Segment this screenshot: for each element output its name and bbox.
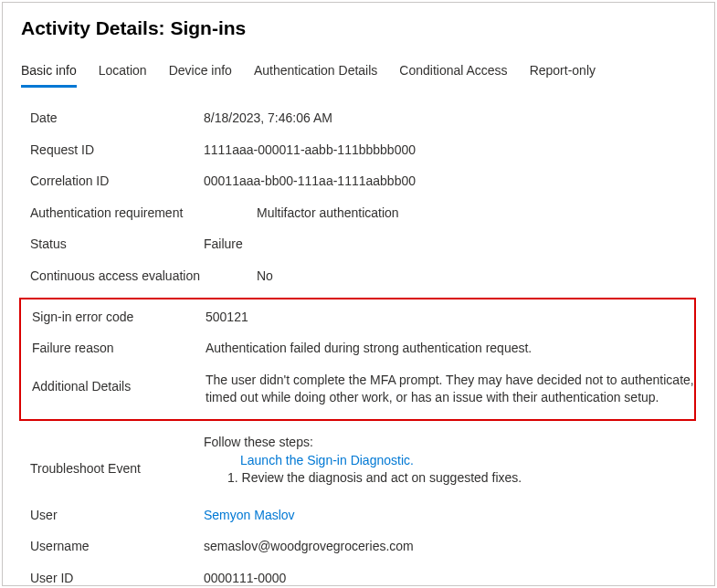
- row-user-id: User ID 0000111-0000: [21, 564, 696, 586]
- value-request-id: 1111aaa-000011-aabb-111bbbbb000: [204, 142, 696, 160]
- label-additional-details: Additional Details: [32, 372, 206, 394]
- tabs: Basic info Location Device info Authenti…: [21, 58, 696, 88]
- row-additional-details: Additional Details The user didn't compl…: [21, 366, 694, 415]
- row-cae: Continuous access evaluation No: [21, 262, 696, 294]
- tab-conditional-access[interactable]: Conditional Access: [399, 58, 507, 88]
- row-auth-requirement: Authentication requirement Multifactor a…: [21, 199, 696, 231]
- row-status: Status Failure: [21, 230, 696, 262]
- value-failure-reason: Authentication failed during strong auth…: [206, 340, 694, 358]
- value-cae: No: [257, 268, 696, 286]
- tab-basic-info[interactable]: Basic info: [21, 58, 77, 88]
- label-auth-requirement: Authentication requirement: [30, 205, 257, 220]
- row-request-id: Request ID 1111aaa-000011-aabb-111bbbbb0…: [21, 136, 696, 168]
- highlighted-error-group: Sign-in error code 500121 Failure reason…: [19, 298, 696, 421]
- troubleshoot-step-1: 1. Review the diagnosis and act on sugge…: [227, 469, 696, 488]
- label-error-code: Sign-in error code: [32, 310, 206, 324]
- value-status: Failure: [204, 236, 696, 254]
- launch-diagnostic-link[interactable]: Launch the Sign-in Diagnostic.: [240, 452, 696, 470]
- troubleshoot-intro: Follow these steps:: [204, 435, 313, 449]
- details-list: Date 8/18/2023, 7:46:06 AM Request ID 11…: [21, 104, 696, 586]
- label-user-id: User ID: [30, 571, 204, 585]
- panel-title: Activity Details: Sign-ins: [21, 17, 696, 39]
- value-auth-requirement: Multifactor authentication: [257, 205, 696, 223]
- user-link[interactable]: Semyon Maslov: [204, 508, 295, 522]
- value-correlation-id: 00011aaa-bb00-111aa-1111aabbb00: [204, 173, 696, 191]
- value-error-code: 500121: [206, 309, 694, 327]
- activity-details-panel: Activity Details: Sign-ins Basic info Lo…: [2, 2, 715, 586]
- value-additional-details: The user didn't complete the MFA prompt.…: [206, 372, 694, 407]
- tab-device-info[interactable]: Device info: [169, 58, 232, 88]
- value-troubleshoot: Follow these steps: Launch the Sign-in D…: [204, 434, 696, 488]
- row-user: User Semyon Maslov: [21, 501, 696, 533]
- tab-location[interactable]: Location: [99, 58, 147, 88]
- label-date: Date: [30, 110, 204, 125]
- tab-authentication-details[interactable]: Authentication Details: [254, 58, 377, 88]
- row-troubleshoot: Troubleshoot Event Follow these steps: L…: [21, 428, 696, 496]
- value-date: 8/18/2023, 7:46:06 AM: [204, 110, 696, 128]
- label-failure-reason: Failure reason: [32, 341, 206, 355]
- label-cae: Continuous access evaluation: [30, 268, 257, 283]
- tab-report-only[interactable]: Report-only: [530, 58, 596, 88]
- row-username: Username semaslov@woodgrovegroceries.com: [21, 532, 696, 564]
- value-username: semaslov@woodgrovegroceries.com: [204, 538, 696, 556]
- row-failure-reason: Failure reason Authentication failed dur…: [21, 334, 694, 366]
- row-date: Date 8/18/2023, 7:46:06 AM: [21, 104, 696, 136]
- label-status: Status: [30, 236, 204, 251]
- value-user-id: 0000111-0000: [204, 570, 696, 586]
- row-correlation-id: Correlation ID 00011aaa-bb00-111aa-1111a…: [21, 167, 696, 199]
- row-error-code: Sign-in error code 500121: [21, 303, 694, 335]
- label-correlation-id: Correlation ID: [30, 173, 204, 188]
- label-user: User: [30, 508, 204, 522]
- label-troubleshoot: Troubleshoot Event: [30, 434, 204, 476]
- label-request-id: Request ID: [30, 142, 204, 157]
- label-username: Username: [30, 539, 204, 553]
